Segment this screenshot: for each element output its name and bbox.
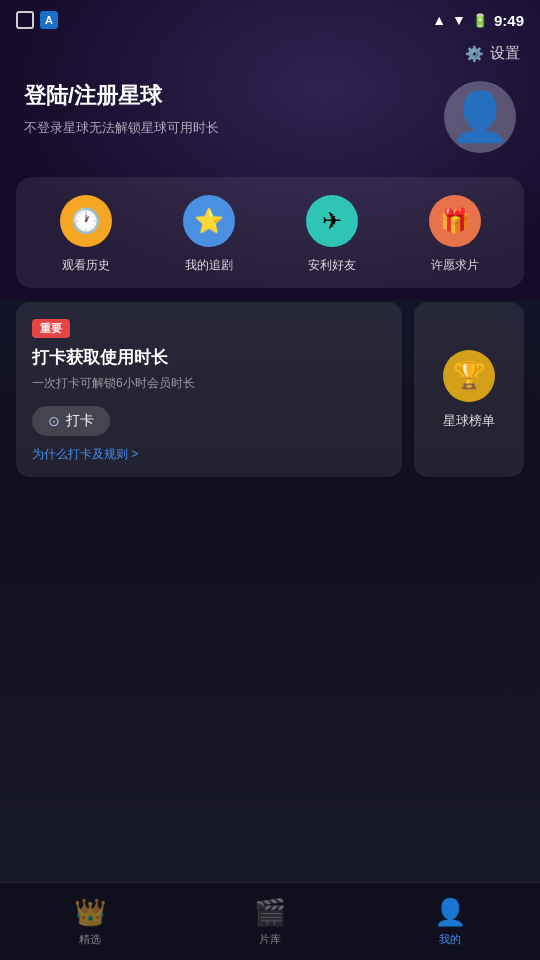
trophy-icon: 🏆 xyxy=(443,350,495,402)
profile-subtitle: 不登录星球无法解锁星球可用时长 xyxy=(24,119,219,137)
profile-section: 登陆/注册星球 不登录星球无法解锁星球可用时长 👤 xyxy=(0,71,540,173)
status-a-icon: A xyxy=(40,11,58,29)
checkin-title: 打卡获取使用时长 xyxy=(32,346,386,369)
settings-button[interactable]: ⚙️ 设置 xyxy=(465,44,520,63)
status-square-icon xyxy=(16,11,34,29)
crown-icon: 👑 xyxy=(74,897,106,928)
wifi-icon: ▲ xyxy=(432,12,446,28)
nav-mine-label: 我的 xyxy=(439,932,461,947)
action-wishlist[interactable]: 🎁 许愿求片 xyxy=(429,195,481,274)
recommend-label: 安利好友 xyxy=(308,257,356,274)
profile-text: 登陆/注册星球 不登录星球无法解锁星球可用时长 xyxy=(24,81,219,137)
checkin-card: 重要 打卡获取使用时长 一次打卡可解锁6小时会员时长 ⊙ 打卡 为什么打卡及规则… xyxy=(16,302,402,477)
status-bar: A ▲ ▼ 🔋 9:49 xyxy=(0,0,540,36)
checkin-button[interactable]: ⊙ 打卡 xyxy=(32,406,110,436)
action-recommend[interactable]: ✈ 安利好友 xyxy=(306,195,358,274)
battery-icon: 🔋 xyxy=(472,13,488,28)
wishlist-icon: 🎁 xyxy=(429,195,481,247)
status-right: ▲ ▼ 🔋 9:49 xyxy=(432,12,524,29)
settings-label: 设置 xyxy=(490,44,520,63)
action-history[interactable]: 🕐 观看历史 xyxy=(60,195,112,274)
nav-featured[interactable]: 👑 精选 xyxy=(0,897,180,947)
person-icon: 👤 xyxy=(434,897,466,928)
leaderboard-card[interactable]: 🏆 星球榜单 xyxy=(414,302,524,477)
recommend-icon: ✈ xyxy=(306,195,358,247)
checkin-badge-text: 重要 xyxy=(40,321,62,336)
avatar-icon: 👤 xyxy=(450,93,510,141)
bottom-nav: 👑 精选 🎬 片库 👤 我的 xyxy=(0,882,540,960)
action-following[interactable]: ⭐ 我的追剧 xyxy=(183,195,235,274)
nav-mine[interactable]: 👤 我的 xyxy=(360,897,540,947)
status-time: 9:49 xyxy=(494,12,524,29)
film-icon: 🎬 xyxy=(254,897,286,928)
checkin-badge: 重要 xyxy=(32,319,70,338)
quick-actions: 🕐 观看历史 ⭐ 我的追剧 ✈ 安利好友 🎁 许愿求片 xyxy=(16,177,524,288)
following-icon: ⭐ xyxy=(183,195,235,247)
checkin-link[interactable]: 为什么打卡及规则 > xyxy=(32,446,386,463)
history-icon: 🕐 xyxy=(60,195,112,247)
nav-featured-label: 精选 xyxy=(79,932,101,947)
nav-library-label: 片库 xyxy=(259,932,281,947)
following-label: 我的追剧 xyxy=(185,257,233,274)
gear-icon: ⚙️ xyxy=(465,45,484,63)
checkin-btn-icon: ⊙ xyxy=(48,413,60,429)
cards-row: 重要 打卡获取使用时长 一次打卡可解锁6小时会员时长 ⊙ 打卡 为什么打卡及规则… xyxy=(16,302,524,477)
history-label: 观看历史 xyxy=(62,257,110,274)
profile-title[interactable]: 登陆/注册星球 xyxy=(24,81,219,111)
wishlist-label: 许愿求片 xyxy=(431,257,479,274)
leaderboard-label: 星球榜单 xyxy=(443,412,495,430)
signal-icon: ▼ xyxy=(452,12,466,28)
nav-library[interactable]: 🎬 片库 xyxy=(180,897,360,947)
checkin-subtitle: 一次打卡可解锁6小时会员时长 xyxy=(32,375,386,392)
settings-bar: ⚙️ 设置 xyxy=(0,36,540,71)
status-left: A xyxy=(16,11,58,29)
avatar[interactable]: 👤 xyxy=(444,81,516,153)
checkin-btn-text: 打卡 xyxy=(66,412,94,430)
